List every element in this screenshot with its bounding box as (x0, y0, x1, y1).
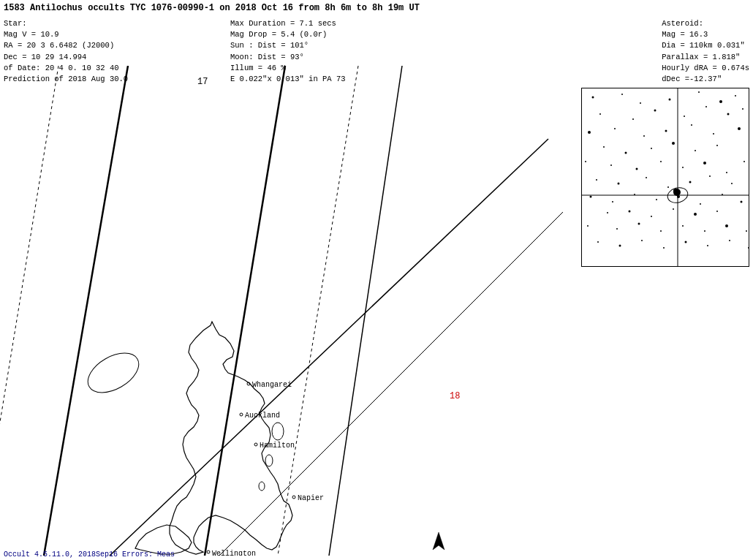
svg-point-14 (240, 413, 243, 416)
svg-point-41 (587, 225, 589, 227)
star-mag: Mag V = 10.9 (4, 29, 128, 40)
svg-marker-23 (433, 532, 444, 550)
svg-point-30 (663, 247, 665, 249)
footer-label: Occult 4.5.11.0, 2018Sep16 Errors: Meas (4, 550, 175, 559)
svg-point-97 (592, 97, 594, 99)
svg-text:Whangarei: Whangarei (252, 381, 292, 389)
svg-point-84 (742, 108, 743, 110)
star-ra: RA = 20 3 6.6482 (J2000) (4, 40, 128, 51)
svg-point-82 (614, 128, 616, 129)
svg-point-43 (694, 213, 697, 216)
svg-point-70 (585, 161, 586, 162)
svg-point-90 (599, 113, 601, 115)
svg-point-50 (700, 203, 701, 205)
footer-text: Occult 4.5.11.0, 2018Sep16 Errors: Meas (4, 550, 175, 559)
svg-point-40 (616, 228, 618, 230)
svg-point-57 (709, 175, 711, 177)
map-area: 17 18 Whangarei Auckland Hamilton Napier… (0, 66, 563, 556)
svg-point-62 (596, 179, 597, 181)
svg-point-58 (689, 181, 692, 183)
svg-point-80 (665, 130, 667, 132)
svg-point-64 (726, 172, 727, 173)
svg-point-26 (748, 247, 749, 249)
svg-point-33 (597, 241, 599, 243)
svg-point-86 (705, 106, 707, 107)
svg-line-0 (0, 66, 58, 556)
svg-point-32 (619, 245, 621, 247)
svg-point-61 (618, 183, 620, 185)
svg-point-44 (673, 208, 674, 210)
svg-point-77 (738, 127, 741, 130)
asteroid-label: Asteroid: (662, 18, 749, 29)
svg-point-34 (746, 230, 747, 232)
svg-point-67 (660, 161, 662, 162)
svg-point-35 (725, 224, 728, 227)
svg-text:Napier: Napier (298, 494, 324, 502)
svg-line-2 (205, 66, 285, 556)
svg-point-37 (682, 225, 684, 227)
svg-point-59 (667, 186, 669, 188)
title-text: 1583 Antilochus occults TYC 1076-00990-1… (4, 3, 420, 13)
svg-point-94 (669, 99, 671, 101)
svg-point-46 (629, 211, 631, 213)
svg-point-71 (716, 145, 718, 146)
svg-point-11 (259, 482, 265, 491)
svg-line-4 (329, 66, 402, 556)
asteroid-mag: Mag = 16.3 (662, 29, 749, 40)
star-label: Star: (4, 18, 128, 29)
svg-point-63 (743, 161, 745, 162)
svg-point-29 (685, 241, 687, 243)
sun-dist: Sun : Dist = 101° (230, 40, 346, 51)
svg-text:Auckland: Auckland (245, 412, 280, 420)
svg-point-20 (207, 550, 210, 553)
svg-point-48 (741, 201, 743, 203)
svg-line-3 (278, 66, 358, 556)
svg-text:18: 18 (450, 391, 460, 401)
asteroid-parallax: Parallax = 1.818" (662, 52, 749, 63)
asteroid-dia: Dia = 110km 0.031" (662, 40, 749, 51)
svg-line-1 (44, 66, 128, 556)
svg-point-76 (603, 146, 605, 148)
asteroid-hourly-dra: Hourly dRA = 0.674s (662, 63, 749, 74)
page-title: 1583 Antilochus occults TYC 1076-00990-1… (0, 0, 753, 17)
starfield-inner (582, 88, 749, 266)
svg-point-47 (607, 212, 608, 213)
svg-point-42 (716, 211, 718, 212)
svg-point-45 (651, 216, 652, 217)
svg-point-9 (272, 423, 284, 440)
svg-point-56 (731, 183, 733, 184)
svg-point-95 (640, 102, 641, 104)
svg-point-68 (636, 168, 638, 170)
svg-point-85 (727, 113, 730, 116)
svg-point-60 (646, 177, 647, 178)
svg-point-52 (656, 199, 657, 200)
svg-line-5 (110, 139, 548, 556)
svg-text:Hamilton: Hamilton (260, 442, 295, 450)
svg-point-83 (588, 131, 591, 134)
star-dec: Dec = 10 29 14.994 (4, 52, 128, 63)
svg-point-22 (81, 345, 145, 401)
svg-point-31 (641, 240, 643, 241)
svg-point-92 (719, 100, 722, 103)
svg-point-66 (682, 167, 684, 168)
svg-point-73 (672, 142, 675, 145)
svg-point-88 (654, 110, 656, 112)
svg-point-38 (660, 230, 662, 232)
svg-point-93 (698, 91, 700, 93)
svg-point-16 (254, 443, 257, 446)
svg-point-78 (713, 133, 714, 135)
asteroid-hourly-ddec: dDec =-12.37" (662, 74, 749, 85)
svg-point-27 (729, 240, 730, 241)
svg-point-74 (651, 148, 652, 149)
svg-point-72 (695, 150, 696, 151)
svg-point-75 (625, 152, 627, 154)
svg-point-91 (735, 95, 736, 97)
svg-point-69 (610, 164, 612, 166)
svg-point-81 (643, 135, 645, 137)
svg-point-87 (684, 116, 685, 117)
svg-text:17: 17 (197, 77, 208, 87)
svg-point-10 (265, 455, 273, 466)
svg-point-18 (292, 496, 295, 499)
svg-point-36 (704, 230, 705, 232)
svg-point-28 (707, 245, 708, 246)
